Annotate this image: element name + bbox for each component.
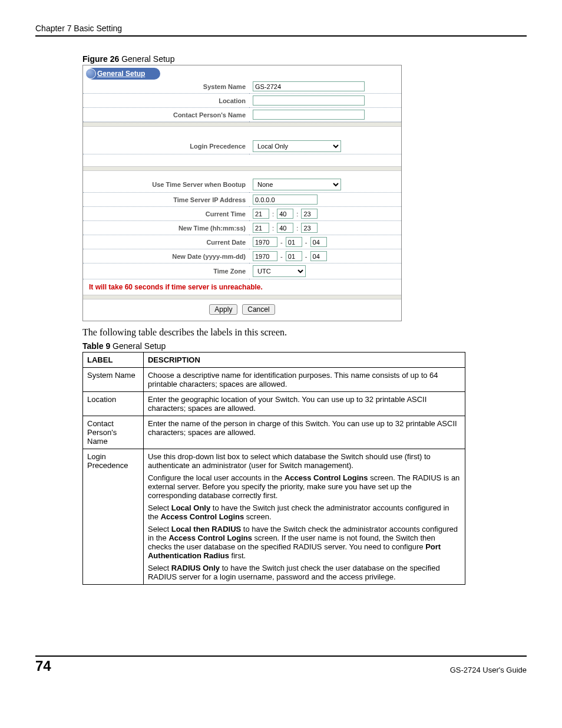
tab-general-setup[interactable]: General Setup bbox=[87, 68, 160, 80]
cell-description: Choose a descriptive name for identifica… bbox=[143, 368, 465, 392]
date-sep: - bbox=[280, 239, 283, 246]
panel-header: General Setup bbox=[83, 65, 401, 80]
form-area: System Name Location Contact Person's Na… bbox=[83, 80, 401, 321]
table-row: System NameChoose a descriptive name for… bbox=[83, 368, 465, 392]
current-date-m-input[interactable] bbox=[286, 237, 302, 247]
new-time-s-input[interactable] bbox=[301, 223, 318, 233]
table-row: Login PrecedenceUse this drop-down list … bbox=[83, 449, 465, 585]
time-zone-select[interactable]: UTC bbox=[253, 265, 306, 277]
body-text: The following table describes the labels… bbox=[82, 327, 527, 338]
label-new-time: New Time (hh:mm:ss) bbox=[83, 221, 249, 235]
new-time-h-input[interactable] bbox=[253, 223, 269, 233]
time-sep: : bbox=[272, 225, 274, 232]
login-precedence-select[interactable]: Local Only bbox=[253, 140, 341, 152]
separator-3 bbox=[83, 295, 401, 299]
table-number: Table 9 bbox=[82, 341, 110, 351]
current-date-d-input[interactable] bbox=[310, 237, 327, 247]
table-title: General Setup bbox=[110, 341, 166, 351]
row-current-time: Current Time : : bbox=[83, 207, 401, 221]
current-time-h-input[interactable] bbox=[253, 209, 269, 219]
label-time-zone: Time Zone bbox=[83, 263, 249, 279]
chapter-header: Chapter 7 Basic Setting bbox=[35, 24, 527, 33]
cell-description: Enter the geographic location of your Sw… bbox=[143, 392, 465, 416]
tab-label: General Setup bbox=[97, 70, 145, 78]
table-row: Contact Person's NameEnter the name of t… bbox=[83, 416, 465, 449]
time-sep: : bbox=[296, 210, 298, 218]
figure-number: Figure 26 bbox=[82, 54, 119, 64]
new-date-d-input[interactable] bbox=[310, 251, 327, 261]
tab-icon bbox=[85, 68, 96, 79]
current-time-s-input[interactable] bbox=[301, 209, 318, 219]
warning-text: It will take 60 seconds if time server i… bbox=[83, 279, 401, 295]
row-login-precedence: Login Precedence Local Only bbox=[83, 139, 401, 154]
separator-2 bbox=[83, 166, 401, 171]
label-time-server-ip: Time Server IP Address bbox=[83, 193, 249, 207]
label-login-precedence: Login Precedence bbox=[83, 139, 249, 154]
form-section-identity: System Name Location Contact Person's Na… bbox=[83, 80, 401, 122]
separator-1 bbox=[83, 122, 401, 127]
row-contact: Contact Person's Name bbox=[83, 108, 401, 122]
form-section-time: Use Time Server when Bootup None Time Se… bbox=[83, 177, 401, 279]
time-sep: : bbox=[272, 210, 274, 218]
new-date-y-input[interactable] bbox=[253, 251, 277, 261]
label-current-date: Current Date bbox=[83, 235, 249, 249]
th-description: DESCRIPTION bbox=[143, 353, 465, 368]
general-setup-screenshot: General Setup System Name Location Conta… bbox=[82, 65, 402, 321]
row-use-time-server: Use Time Server when Bootup None bbox=[83, 177, 401, 193]
form-section-login: Login Precedence Local Only bbox=[83, 139, 401, 154]
figure-caption: Figure 26 General Setup bbox=[82, 54, 527, 64]
row-time-server-ip: Time Server IP Address bbox=[83, 193, 401, 207]
label-location: Location bbox=[83, 94, 249, 108]
label-contact: Contact Person's Name bbox=[83, 108, 249, 122]
date-sep: - bbox=[305, 253, 308, 260]
use-time-server-select[interactable]: None bbox=[253, 179, 341, 190]
contact-input[interactable] bbox=[253, 110, 365, 120]
date-sep: - bbox=[305, 239, 308, 246]
row-location: Location bbox=[83, 94, 401, 108]
time-server-ip-input[interactable] bbox=[253, 195, 318, 205]
time-sep: : bbox=[296, 225, 298, 232]
description-table: LABEL DESCRIPTION System NameChoose a de… bbox=[82, 352, 465, 585]
date-sep: - bbox=[280, 253, 283, 260]
table-row: LocationEnter the geographic location of… bbox=[83, 392, 465, 416]
cell-label: System Name bbox=[83, 368, 144, 392]
row-new-time: New Time (hh:mm:ss) : : bbox=[83, 221, 401, 235]
table-caption: Table 9 General Setup bbox=[82, 341, 527, 351]
cell-label: Location bbox=[83, 392, 144, 416]
row-system-name: System Name bbox=[83, 80, 401, 94]
label-current-time: Current Time bbox=[83, 207, 249, 221]
label-use-time-server: Use Time Server when Bootup bbox=[83, 177, 249, 193]
page-number: 74 bbox=[35, 658, 51, 674]
cell-description: Enter the name of the person in charge o… bbox=[143, 416, 465, 449]
row-new-date: New Date (yyyy-mm-dd) - - bbox=[83, 249, 401, 263]
page-footer: 74 GS-2724 User's Guide bbox=[35, 655, 527, 674]
cell-label: Login Precedence bbox=[83, 449, 144, 585]
guide-name: GS-2724 User's Guide bbox=[450, 666, 527, 674]
new-date-m-input[interactable] bbox=[286, 251, 302, 261]
th-label: LABEL bbox=[83, 353, 144, 368]
row-time-zone: Time Zone UTC bbox=[83, 263, 401, 279]
row-current-date: Current Date - - bbox=[83, 235, 401, 249]
header-rule bbox=[35, 35, 527, 37]
new-time-m-input[interactable] bbox=[277, 223, 293, 233]
current-date-y-input[interactable] bbox=[253, 237, 277, 247]
current-time-m-input[interactable] bbox=[277, 209, 293, 219]
figure-title: General Setup bbox=[119, 54, 174, 64]
label-new-date: New Date (yyyy-mm-dd) bbox=[83, 249, 249, 263]
cell-description: Use this drop-down list box to select wh… bbox=[143, 449, 465, 585]
location-input[interactable] bbox=[253, 95, 365, 106]
cancel-button[interactable]: Cancel bbox=[242, 304, 275, 315]
system-name-input[interactable] bbox=[253, 81, 365, 91]
label-system-name: System Name bbox=[83, 80, 249, 94]
cell-label: Contact Person's Name bbox=[83, 416, 144, 449]
desc-table-body: System NameChoose a descriptive name for… bbox=[83, 368, 465, 585]
apply-button[interactable]: Apply bbox=[209, 304, 237, 315]
button-row: Apply Cancel bbox=[83, 299, 401, 321]
